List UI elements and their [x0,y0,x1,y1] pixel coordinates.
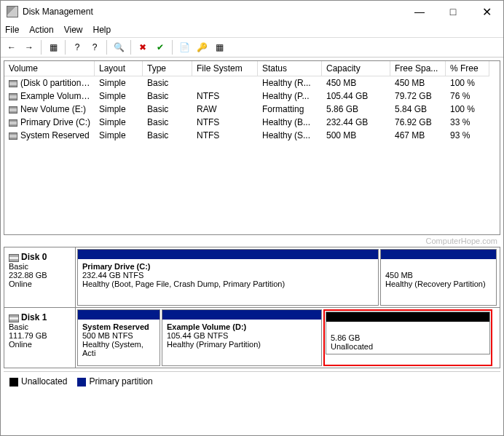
partition-bar [162,310,321,320]
partition[interactable]: System Reserved500 MB NTFSHealthy (Syste… [77,309,160,366]
partition-bar [78,310,160,320]
toolbar: ← → ▦ ? ? 🔍 ✖ ✔ 📄 🔑 ▦ [1,37,503,58]
disk-icon [9,314,19,322]
col-fs[interactable]: File System [192,61,258,76]
close-button[interactable]: ✕ [470,1,503,23]
properties-icon[interactable]: 🔑 [194,39,210,55]
partition-bar [78,250,378,259]
legend-unallocated: Unallocated [9,376,67,387]
separator [106,40,107,55]
list-icon[interactable]: ▦ [211,39,227,55]
disk-partitions: System Reserved500 MB NTFSHealthy (Syste… [76,308,500,368]
volume-row[interactable]: Example Volume (...SimpleBasicNTFSHealth… [4,90,500,103]
separator [65,40,66,55]
disk-info[interactable]: Disk 1Basic111.79 GBOnline [4,308,76,368]
menu-file[interactable]: File [5,25,19,35]
partition[interactable]: 450 MBHealthy (Recovery Partition) [380,249,497,306]
menu-help[interactable]: Help [93,25,111,35]
window-title: Disk Management [23,7,403,17]
volume-rows: (Disk 0 partition 2)SimpleBasicHealthy (… [4,76,500,234]
menu-action[interactable]: Action [29,25,53,35]
separator [41,40,42,55]
disk-map: Disk 0Basic232.88 GBOnlinePrimary Drive … [4,247,500,368]
legend: Unallocated Primary partition [4,371,500,391]
volume-row[interactable]: Primary Drive (C:)SimpleBasicNTFSHealthy… [4,116,500,129]
disk-info[interactable]: Disk 0Basic232.88 GBOnline [4,247,76,307]
help-icon[interactable]: ? [69,39,85,55]
help2-icon[interactable]: ? [87,39,103,55]
volume-row[interactable]: (Disk 0 partition 2)SimpleBasicHealthy (… [4,76,500,90]
maximize-button[interactable]: □ [436,1,470,23]
app-icon [7,6,18,17]
disk-row: Disk 1Basic111.79 GBOnlineSystem Reserve… [4,308,500,368]
col-capacity[interactable]: Capacity [322,61,390,76]
highlight-box: 5.86 GBUnallocated [323,309,492,366]
disk-row: Disk 0Basic232.88 GBOnlinePrimary Drive … [4,247,500,308]
volume-icon [9,119,17,127]
col-volume[interactable]: Volume [4,61,95,76]
check-icon[interactable]: ✔ [152,39,168,55]
separator [130,40,131,55]
partition[interactable]: Example Volume (D:)105.44 GB NTFSHealthy… [162,309,322,366]
col-type[interactable]: Type [143,61,192,76]
partition-bar [381,250,496,259]
volume-icon [9,106,17,114]
volume-row[interactable]: New Volume (E:)SimpleBasicRAWFormatting5… [4,103,500,116]
new-icon[interactable]: 📄 [176,39,192,55]
partition-bar [326,312,489,322]
legend-primary: Primary partition [77,376,152,387]
volume-icon [9,93,17,100]
col-free[interactable]: Free Spa... [390,61,446,76]
volume-icon [9,132,17,140]
forward-icon[interactable]: → [21,39,37,55]
col-pct[interactable]: % Free [446,61,489,76]
delete-icon[interactable]: ✖ [135,39,151,55]
column-headers: Volume Layout Type File System Status Ca… [4,61,500,76]
disk-partitions: Primary Drive (C:)232.44 GB NTFSHealthy … [76,247,500,307]
col-layout[interactable]: Layout [95,61,143,76]
view-icon[interactable]: ▦ [45,39,61,55]
disk-icon [9,254,19,262]
volume-list[interactable]: Volume Layout Type File System Status Ca… [4,60,500,235]
partition[interactable]: 5.86 GBUnallocated [326,312,490,354]
volume-row[interactable]: System ReservedSimpleBasicNTFSHealthy (S… [4,129,500,142]
back-icon[interactable]: ← [4,39,20,55]
menu-bar: File Action View Help [1,23,503,37]
watermark: ComputerHope.com [1,235,503,245]
volume-icon [9,80,17,87]
separator [172,40,173,55]
find-icon[interactable]: 🔍 [111,39,127,55]
minimize-button[interactable]: — [403,1,436,23]
col-status[interactable]: Status [258,61,322,76]
partition[interactable]: Primary Drive (C:)232.44 GB NTFSHealthy … [77,249,379,306]
menu-view[interactable]: View [64,25,83,35]
title-bar: Disk Management — □ ✕ [1,1,503,23]
